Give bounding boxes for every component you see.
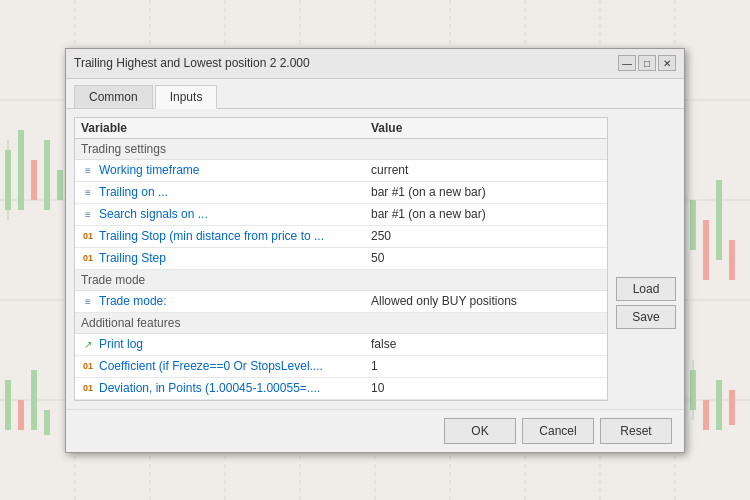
table-row[interactable]: ≡ Trade mode: Allowed only BUY positions bbox=[75, 291, 607, 313]
main-dialog: Trailing Highest and Lowest position 2 2… bbox=[65, 48, 685, 453]
row-label: Trade mode: bbox=[99, 294, 167, 308]
column-header-value: Value bbox=[371, 121, 601, 135]
section-trade-mode: Trade mode bbox=[75, 270, 607, 291]
tab-inputs[interactable]: Inputs bbox=[155, 85, 218, 109]
row-value: 250 bbox=[365, 227, 607, 245]
table-row[interactable]: ↗ Print log false bbox=[75, 334, 607, 356]
number-icon: 01 bbox=[81, 231, 95, 241]
row-variable: 01 Trailing Step bbox=[75, 249, 365, 267]
row-variable: 01 Trailing Stop (min distance from pric… bbox=[75, 227, 365, 245]
ok-button[interactable]: OK bbox=[444, 418, 516, 444]
section-trading-settings: Trading settings bbox=[75, 139, 607, 160]
row-variable: ↗ Print log bbox=[75, 335, 365, 353]
number-icon: 01 bbox=[81, 361, 95, 371]
arrow-icon: ↗ bbox=[81, 339, 95, 350]
dialog-title: Trailing Highest and Lowest position 2 2… bbox=[74, 56, 310, 70]
row-label: Trailing Step bbox=[99, 251, 166, 265]
row-value: false bbox=[365, 335, 607, 353]
table-row[interactable]: 01 Trailing Stop (min distance from pric… bbox=[75, 226, 607, 248]
list-icon: ≡ bbox=[81, 209, 95, 220]
row-variable: ≡ Trade mode: bbox=[75, 292, 365, 310]
save-button[interactable]: Save bbox=[616, 305, 676, 329]
dialog-footer: OK Cancel Reset bbox=[66, 409, 684, 452]
row-label: Print log bbox=[99, 337, 143, 351]
row-variable: ≡ Working timeframe bbox=[75, 161, 365, 179]
row-label: Search signals on ... bbox=[99, 207, 208, 221]
row-label: Coefficient (if Freeze==0 Or StopsLevel.… bbox=[99, 359, 323, 373]
table-header: Variable Value bbox=[75, 118, 607, 139]
row-value: 50 bbox=[365, 249, 607, 267]
table-row[interactable]: 01 Trailing Step 50 bbox=[75, 248, 607, 270]
row-value: bar #1 (on a new bar) bbox=[365, 205, 607, 223]
row-value: 1 bbox=[365, 357, 607, 375]
table-row[interactable]: 01 Coefficient (if Freeze==0 Or StopsLev… bbox=[75, 356, 607, 378]
cancel-button[interactable]: Cancel bbox=[522, 418, 594, 444]
row-variable: ≡ Trailing on ... bbox=[75, 183, 365, 201]
load-button[interactable]: Load bbox=[616, 277, 676, 301]
window-controls: — □ ✕ bbox=[618, 55, 676, 71]
number-icon: 01 bbox=[81, 383, 95, 393]
table-row[interactable]: ≡ Search signals on ... bar #1 (on a new… bbox=[75, 204, 607, 226]
number-icon: 01 bbox=[81, 253, 95, 263]
side-actions: Load Save bbox=[616, 117, 676, 401]
row-label: Working timeframe bbox=[99, 163, 199, 177]
row-variable: 01 Coefficient (if Freeze==0 Or StopsLev… bbox=[75, 357, 365, 375]
section-additional-features: Additional features bbox=[75, 313, 607, 334]
list-icon: ≡ bbox=[81, 165, 95, 176]
row-variable: 01 Deviation, in Points (1.00045-1.00055… bbox=[75, 379, 365, 397]
list-icon: ≡ bbox=[81, 187, 95, 198]
title-bar: Trailing Highest and Lowest position 2 2… bbox=[66, 49, 684, 79]
table-row[interactable]: 01 Deviation, in Points (1.00045-1.00055… bbox=[75, 378, 607, 400]
row-value: current bbox=[365, 161, 607, 179]
tab-bar: Common Inputs bbox=[66, 79, 684, 109]
row-value: bar #1 (on a new bar) bbox=[365, 183, 607, 201]
list-icon: ≡ bbox=[81, 296, 95, 307]
row-label: Trailing on ... bbox=[99, 185, 168, 199]
row-value: 10 bbox=[365, 379, 607, 397]
column-header-variable: Variable bbox=[81, 121, 371, 135]
table-row[interactable]: ≡ Working timeframe current bbox=[75, 160, 607, 182]
maximize-button[interactable]: □ bbox=[638, 55, 656, 71]
row-value: Allowed only BUY positions bbox=[365, 292, 607, 310]
tab-common[interactable]: Common bbox=[74, 85, 153, 108]
close-button[interactable]: ✕ bbox=[658, 55, 676, 71]
minimize-button[interactable]: — bbox=[618, 55, 636, 71]
row-label: Trailing Stop (min distance from price t… bbox=[99, 229, 324, 243]
table-row[interactable]: ≡ Trailing on ... bar #1 (on a new bar) bbox=[75, 182, 607, 204]
dialog-content: Variable Value Trading settings ≡ Workin… bbox=[66, 109, 684, 409]
inputs-table: Variable Value Trading settings ≡ Workin… bbox=[74, 117, 608, 401]
row-variable: ≡ Search signals on ... bbox=[75, 205, 365, 223]
row-label: Deviation, in Points (1.00045-1.00055=..… bbox=[99, 381, 320, 395]
reset-button[interactable]: Reset bbox=[600, 418, 672, 444]
